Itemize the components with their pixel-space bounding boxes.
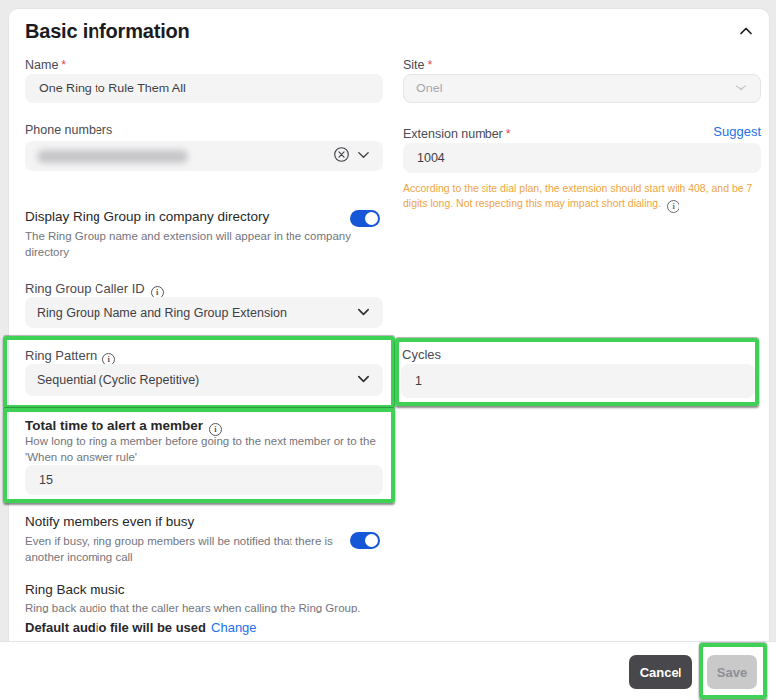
chevron-down-icon <box>356 304 371 322</box>
phone-numbers-input[interactable] <box>25 141 383 171</box>
cycles-input[interactable] <box>401 364 755 398</box>
suggest-extension-link[interactable]: Suggest <box>403 124 761 139</box>
ring-back-description: Ring back audio that the caller hears wh… <box>25 600 443 615</box>
cycles-label: Cycles <box>402 347 441 362</box>
required-marker: * <box>428 58 433 72</box>
directory-toggle-switch[interactable] <box>350 210 380 227</box>
site-label: Site* <box>403 55 432 73</box>
info-icon[interactable]: i <box>667 200 679 213</box>
ring-back-status: Default audio file will be used <box>25 620 206 635</box>
directory-toggle-description: The Ring Group name and extension will a… <box>25 228 363 260</box>
change-audio-link[interactable]: Change <box>211 620 257 635</box>
extension-input[interactable] <box>403 143 761 173</box>
chevron-up-icon <box>738 24 754 41</box>
chevron-down-icon <box>734 81 748 97</box>
name-label: Name* <box>25 55 66 73</box>
page-title: Basic information <box>25 20 190 43</box>
site-select-value: Onel <box>416 82 442 95</box>
directory-toggle-label: Display Ring Group in company directory <box>25 209 269 224</box>
save-button[interactable]: Save <box>707 655 757 689</box>
phone-numbers-label: Phone numbers <box>25 123 112 137</box>
alert-time-label: Total time to alert a memberi <box>25 416 222 436</box>
site-select: Onel <box>403 74 761 103</box>
alert-time-description: How long to ring a member before going t… <box>25 434 379 465</box>
collapse-section-button[interactable] <box>738 24 754 42</box>
caller-id-select[interactable]: Ring Group Name and Ring Group Extension <box>25 297 383 328</box>
caller-id-select-value: Ring Group Name and Ring Group Extension <box>37 306 287 320</box>
ring-pattern-select-value: Sequential (Cyclic Repetitive) <box>37 373 199 387</box>
ring-pattern-label: Ring Patterni <box>25 346 115 366</box>
footer-bar: Cancel Save <box>0 641 776 700</box>
chevron-down-icon[interactable] <box>356 147 371 165</box>
ring-pattern-select[interactable]: Sequential (Cyclic Repetitive) <box>25 364 383 396</box>
cancel-button[interactable]: Cancel <box>629 655 692 689</box>
clear-selection-icon[interactable] <box>333 146 350 166</box>
redacted-phone-number <box>37 150 188 163</box>
ring-back-label: Ring Back music <box>25 582 125 597</box>
busy-toggle-label: Notify members even if busy <box>25 514 194 529</box>
required-marker: * <box>61 58 66 72</box>
ring-group-settings-page: Basic information Name* Site* Onel Phone… <box>0 0 776 700</box>
extension-dialplan-warning: According to the site dial plan, the ext… <box>403 181 765 213</box>
ring-back-status-line: Default audio file will be used Change <box>25 620 257 635</box>
chevron-down-icon <box>356 371 371 389</box>
alert-time-input[interactable] <box>25 465 383 495</box>
busy-toggle-description: Even if busy, ring group members will be… <box>25 533 368 565</box>
caller-id-label: Ring Group Caller IDi <box>25 279 164 299</box>
name-input[interactable] <box>25 74 383 103</box>
